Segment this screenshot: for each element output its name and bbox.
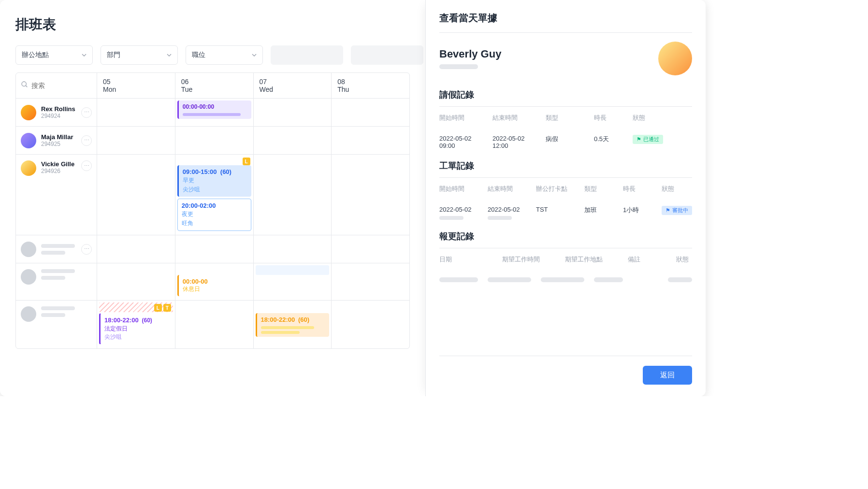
employee-id: 294925 (41, 141, 76, 147)
cell[interactable] (97, 155, 175, 235)
cell[interactable] (332, 263, 409, 300)
chevron-down-icon (82, 53, 87, 58)
cell[interactable] (175, 301, 254, 348)
cell[interactable] (254, 155, 332, 235)
cell[interactable]: 00:00-00 休息日 (175, 263, 254, 300)
shift-type: 夜更 (182, 210, 247, 218)
shift-block[interactable]: 18:00-22:00 (60) 法定假日 尖沙咀 (99, 313, 173, 345)
shift-block[interactable]: 00:00-00 休息日 (177, 275, 251, 296)
schedule-grid: 05 Mon 06 Tue 07 Wed 08 Thu (15, 72, 410, 349)
avatar (21, 160, 36, 176)
block-placeholder (256, 265, 330, 275)
cell[interactable] (175, 235, 254, 263)
chevron-down-icon (167, 53, 172, 58)
shift-table: 日期 期望工作時間 期望工作地點 備註 狀態 (439, 248, 692, 289)
skeleton-line (41, 244, 75, 248)
skeleton-line (261, 326, 314, 329)
col-time: 期望工作時間 (502, 255, 565, 264)
app-root: 排班表 辦公地點 部門 職位 (0, 0, 706, 396)
shift-duration: (60) (220, 168, 231, 175)
more-button[interactable]: ⋯ (81, 107, 92, 118)
svg-line-1 (26, 86, 27, 87)
avatar-skeleton (21, 269, 36, 285)
day-col-07: 07 Wed (254, 73, 332, 98)
status-badge-pending: ⚑審批中 (662, 206, 692, 215)
back-button[interactable]: 返回 (643, 366, 692, 385)
cell[interactable] (175, 127, 254, 154)
col-status: 狀態 (633, 114, 692, 122)
work-row[interactable]: 2022-05-02 2022-05-02 TST 加班 1小時 ⚑審批中 (439, 200, 692, 226)
col-status: 狀態 (676, 255, 692, 264)
filter-location[interactable]: 辦公地點 (15, 45, 93, 65)
detail-panel: 查看當天單據 Beverly Guy 請假記錄 開始時間 結束時間 類型 時長 … (425, 0, 706, 396)
main-panel: 排班表 辦公地點 部門 職位 (0, 0, 425, 396)
more-button[interactable]: ⋯ (81, 160, 92, 171)
employee-cell[interactable]: Rex Rollins 294924 ⋯ (16, 99, 97, 126)
shift-time: 18:00-22:00 (104, 316, 139, 324)
profile-section: Beverly Guy (439, 33, 692, 84)
header-search-cell (16, 73, 97, 98)
day-col-05: 05 Mon (97, 73, 175, 98)
leave-row[interactable]: 2022-05-0209:00 2022-05-0212:00 病假 0.5天 … (439, 129, 692, 155)
col-date: 日期 (439, 255, 502, 264)
filter-placeholder-1 (271, 45, 343, 65)
avatar (21, 105, 36, 120)
cell[interactable] (254, 263, 332, 300)
search-input[interactable] (31, 82, 92, 89)
cell[interactable] (254, 99, 332, 126)
shift-heading: 報更記錄 (439, 230, 692, 248)
cell[interactable]: 18:00-22:00 (60) (254, 301, 332, 348)
cell[interactable] (332, 99, 409, 126)
cell[interactable] (97, 263, 175, 300)
profile-name: Beverly Guy (439, 48, 501, 60)
skeleton-line (41, 276, 65, 280)
skeleton-line (41, 313, 65, 317)
employee-cell[interactable]: Vickie Gille 294926 ⋯ (16, 155, 97, 235)
employee-cell[interactable]: Maja Millar 294925 ⋯ (16, 127, 97, 154)
employee-cell-skeleton: ⋯ (16, 235, 97, 263)
cell[interactable] (254, 235, 332, 263)
cell[interactable] (97, 235, 175, 263)
search-icon (21, 81, 29, 90)
cell[interactable]: L 09:00-15:00 (60) 早更 尖沙咀 20:00-02:00 夜更… (175, 155, 254, 235)
filter-department[interactable]: 部門 (101, 45, 178, 65)
cell[interactable] (332, 235, 409, 263)
shift-block[interactable]: 18:00-22:00 (60) (256, 313, 330, 337)
more-button[interactable]: ⋯ (81, 135, 92, 146)
avatar-skeleton (21, 242, 36, 257)
skeleton-line (261, 331, 300, 334)
shift-location: 尖沙咀 (183, 186, 247, 194)
work-table: 開始時間 結束時間 辦公打卡點 類型 時長 狀態 2022-05-02 2022… (439, 178, 692, 226)
shift-duration: (60) (298, 316, 309, 323)
schedule-row-skeleton: L T 18:00-22:00 (60) 法定假日 尖沙咀 (16, 301, 409, 348)
schedule-header: 05 Mon 06 Tue 07 Wed 08 Thu (16, 73, 409, 99)
cell[interactable]: L T 18:00-22:00 (60) 法定假日 尖沙咀 (97, 301, 175, 348)
avatar-skeleton (21, 306, 36, 322)
shift-block[interactable]: 20:00-02:00 夜更 旺角 (177, 199, 251, 231)
skeleton-line (41, 251, 65, 255)
shift-type: 早更 (183, 176, 247, 185)
skeleton-line (439, 216, 463, 220)
flag-icon: ⚑ (665, 207, 670, 214)
cell[interactable] (97, 99, 175, 126)
shift-sub: 法定假日 (104, 325, 169, 333)
filter-position[interactable]: 職位 (186, 45, 263, 65)
cell[interactable] (97, 127, 175, 154)
shift-block[interactable]: 09:00-15:00 (60) 早更 尖沙咀 (177, 165, 251, 197)
cell[interactable] (332, 155, 409, 235)
profile-avatar (658, 42, 692, 75)
day-col-06: 06 Tue (175, 73, 254, 98)
schedule-body: Rex Rollins 294924 ⋯ 00:00-00:00 (16, 99, 409, 348)
shift-time: 18:00-22:00 (261, 316, 295, 323)
cell[interactable]: 00:00-00:00 (175, 99, 254, 126)
shift-time: 00:00-00:00 (183, 103, 214, 110)
cell[interactable] (332, 301, 409, 348)
skeleton-line (488, 216, 512, 220)
cell[interactable] (254, 127, 332, 154)
shift-row-skeleton (439, 271, 692, 289)
cell[interactable] (332, 127, 409, 154)
col-type: 類型 (546, 114, 594, 122)
shift-block[interactable]: 00:00-00:00 (177, 101, 251, 119)
status-badge-approved: ⚑已通过 (633, 135, 663, 144)
more-button[interactable]: ⋯ (81, 244, 92, 255)
